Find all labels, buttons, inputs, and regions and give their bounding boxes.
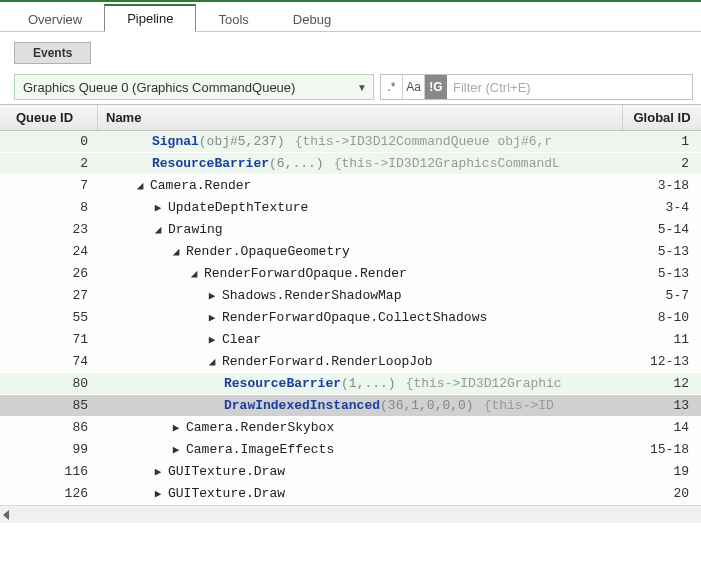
cell-queue-id: 26 (0, 266, 98, 281)
table-row[interactable]: 85DrawIndexedInstanced(36,1,0,0,0){this-… (0, 395, 701, 417)
cell-queue-id: 71 (0, 332, 98, 347)
tree-expanded-icon[interactable]: ◢ (170, 245, 182, 258)
cell-name: ResourceBarrier(6,...){this->ID3D12Graph… (98, 156, 623, 171)
section-header-row: Events (0, 32, 701, 70)
tree-collapsed-icon[interactable]: ▶ (170, 421, 182, 434)
cell-name: ▶Camera.ImageEffects (98, 442, 623, 457)
table-row[interactable]: 26◢RenderForwardOpaque.Render5-13 (0, 263, 701, 285)
call-args: (obj#5,237) (199, 134, 285, 149)
events-grid: Queue ID Name Global ID 0Signal(obj#5,23… (0, 104, 701, 505)
cell-queue-id: 86 (0, 420, 98, 435)
cell-name: ◢RenderForward.RenderLoopJob (98, 354, 623, 369)
filter-negate-button[interactable]: !G (425, 75, 447, 99)
table-row[interactable]: 86▶Camera.RenderSkybox14 (0, 417, 701, 439)
table-row[interactable]: 7◢Camera.Render3-18 (0, 175, 701, 197)
tab-pipeline[interactable]: Pipeline (104, 4, 196, 32)
table-row[interactable]: 71▶Clear11 (0, 329, 701, 351)
tab-debug[interactable]: Debug (271, 7, 353, 32)
tree-collapsed-icon[interactable]: ▶ (152, 201, 164, 214)
tree-expanded-icon[interactable]: ◢ (134, 179, 146, 192)
cell-queue-id: 85 (0, 398, 98, 413)
call-hint: {this->ID3D12GraphicsCommandL (334, 156, 560, 171)
table-row[interactable]: 23◢Drawing5-14 (0, 219, 701, 241)
cell-global-id: 15-18 (623, 442, 701, 457)
col-global-id[interactable]: Global ID (623, 105, 701, 130)
tree-collapsed-icon[interactable]: ▶ (206, 289, 218, 302)
events-header: Events (14, 42, 91, 64)
event-label: Drawing (168, 222, 223, 237)
cell-queue-id: 2 (0, 156, 98, 171)
event-label: Camera.ImageEffects (186, 442, 334, 457)
event-label: RenderForwardOpaque.Render (204, 266, 407, 281)
call-function: DrawIndexedInstanced (224, 398, 380, 413)
queue-dropdown-label: Graphics Queue 0 (Graphics CommandQueue) (23, 80, 295, 95)
tree-collapsed-icon[interactable]: ▶ (206, 311, 218, 324)
table-row[interactable]: 74◢RenderForward.RenderLoopJob12-13 (0, 351, 701, 373)
queue-dropdown[interactable]: Graphics Queue 0 (Graphics CommandQueue)… (14, 74, 374, 100)
table-row[interactable]: 55▶RenderForwardOpaque.CollectShadows8-1… (0, 307, 701, 329)
tree-collapsed-icon[interactable]: ▶ (170, 443, 182, 456)
cell-name: ▶GUITexture.Draw (98, 486, 623, 501)
col-queue-id[interactable]: Queue ID (0, 105, 98, 130)
cell-global-id: 20 (623, 486, 701, 501)
cell-queue-id: 55 (0, 310, 98, 325)
cell-global-id: 1 (623, 134, 701, 149)
horizontal-scrollbar[interactable] (0, 505, 701, 523)
call-function: ResourceBarrier (152, 156, 269, 171)
filter-input[interactable] (447, 75, 692, 99)
cell-name: ▶Shadows.RenderShadowMap (98, 288, 623, 303)
call-args: (36,1,0,0,0) (380, 398, 474, 413)
cell-name: ◢RenderForwardOpaque.Render (98, 266, 623, 281)
call-args: (6,...) (269, 156, 324, 171)
cell-name: ▶Clear (98, 332, 623, 347)
call-hint: {this->ID3D12Graphic (406, 376, 562, 391)
tab-overview[interactable]: Overview (6, 7, 104, 32)
cell-name: ResourceBarrier(1,...){this->ID3D12Graph… (98, 376, 623, 391)
table-row[interactable]: 80ResourceBarrier(1,...){this->ID3D12Gra… (0, 373, 701, 395)
tree-collapsed-icon[interactable]: ▶ (152, 487, 164, 500)
cell-global-id: 5-13 (623, 266, 701, 281)
cell-queue-id: 23 (0, 222, 98, 237)
cell-global-id: 3-18 (623, 178, 701, 193)
cell-queue-id: 74 (0, 354, 98, 369)
event-label: GUITexture.Draw (168, 486, 285, 501)
tree-expanded-icon[interactable]: ◢ (206, 355, 218, 368)
table-row[interactable]: 0Signal(obj#5,237){this->ID3D12CommandQu… (0, 131, 701, 153)
col-name[interactable]: Name (98, 105, 623, 130)
filter-case-button[interactable]: Aa (403, 75, 425, 99)
table-row[interactable]: 27▶Shadows.RenderShadowMap5-7 (0, 285, 701, 307)
call-hint: {this->ID3D12CommandQueue obj#6,r (295, 134, 552, 149)
cell-queue-id: 0 (0, 134, 98, 149)
tab-tools[interactable]: Tools (196, 7, 270, 32)
cell-global-id: 11 (623, 332, 701, 347)
table-row[interactable]: 99▶Camera.ImageEffects15-18 (0, 439, 701, 461)
grid-header: Queue ID Name Global ID (0, 105, 701, 131)
cell-global-id: 13 (623, 398, 701, 413)
table-row[interactable]: 24◢Render.OpaqueGeometry5-13 (0, 241, 701, 263)
table-row[interactable]: 126▶GUITexture.Draw20 (0, 483, 701, 505)
tree-collapsed-icon[interactable]: ▶ (206, 333, 218, 346)
cell-queue-id: 116 (0, 464, 98, 479)
cell-queue-id: 8 (0, 200, 98, 215)
table-row[interactable]: 2ResourceBarrier(6,...){this->ID3D12Grap… (0, 153, 701, 175)
cell-global-id: 5-13 (623, 244, 701, 259)
chevron-down-icon: ▼ (357, 82, 367, 93)
cell-global-id: 14 (623, 420, 701, 435)
cell-name: ▶RenderForwardOpaque.CollectShadows (98, 310, 623, 325)
table-row[interactable]: 116▶GUITexture.Draw19 (0, 461, 701, 483)
event-label: Clear (222, 332, 261, 347)
event-label: RenderForwardOpaque.CollectShadows (222, 310, 487, 325)
cell-name: ▶GUITexture.Draw (98, 464, 623, 479)
cell-queue-id: 80 (0, 376, 98, 391)
filter-group: .* Aa !G (380, 74, 693, 100)
cell-global-id: 3-4 (623, 200, 701, 215)
tree-expanded-icon[interactable]: ◢ (188, 267, 200, 280)
tree-collapsed-icon[interactable]: ▶ (152, 465, 164, 478)
filter-regex-button[interactable]: .* (381, 75, 403, 99)
event-label: UpdateDepthTexture (168, 200, 308, 215)
cell-queue-id: 7 (0, 178, 98, 193)
table-row[interactable]: 8▶UpdateDepthTexture3-4 (0, 197, 701, 219)
cell-name: DrawIndexedInstanced(36,1,0,0,0){this->I… (98, 398, 623, 413)
tree-expanded-icon[interactable]: ◢ (152, 223, 164, 236)
call-args: (1,...) (341, 376, 396, 391)
